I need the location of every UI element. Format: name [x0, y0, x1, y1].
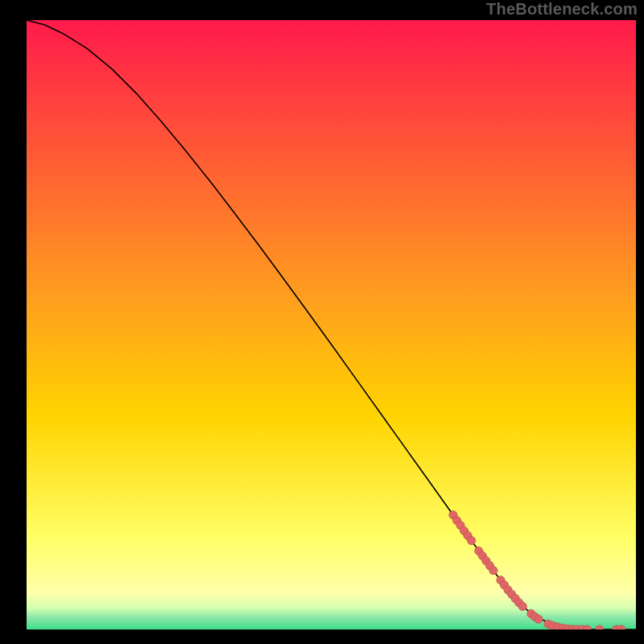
data-marker — [518, 602, 526, 610]
chart-area — [27, 20, 636, 630]
data-marker — [535, 615, 543, 623]
chart-svg — [27, 20, 636, 630]
watermark-text: TheBottleneck.com — [486, 0, 638, 19]
data-marker — [489, 566, 497, 574]
data-marker — [467, 536, 475, 544]
gradient-background — [27, 20, 636, 630]
